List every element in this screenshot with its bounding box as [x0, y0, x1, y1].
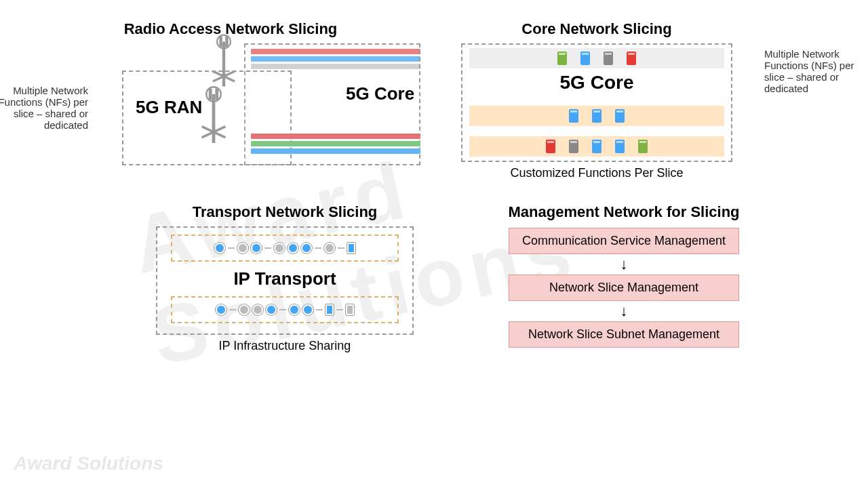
- core-side-note: Multiple Network Functions (NFs) per sli…: [764, 48, 866, 94]
- router-icon: [266, 304, 277, 315]
- router-icon: [239, 304, 250, 315]
- router-icon: [251, 243, 262, 253]
- transport-section: Transport Network Slicing IP Transport: [122, 203, 448, 353]
- transport-label: IP Transport: [171, 268, 399, 289]
- transport-caption: IP Infrastructure Sharing: [156, 339, 414, 353]
- router-icon: [252, 304, 263, 315]
- server-icon: [627, 52, 636, 65]
- ran-side-note: Multiple Network Functions (NFs) per sli…: [0, 85, 88, 131]
- core-diagram: 5G Core Multiple Network Functions (NFs)…: [461, 43, 732, 162]
- ran-section: Radio Access Network Slicing Multiple Ne…: [41, 20, 420, 165]
- cell-tower-icon: [197, 86, 230, 143]
- router-icon: [302, 304, 313, 315]
- server-icon: [592, 140, 601, 153]
- ran-diagram: 5G RAN 5G Core: [122, 43, 420, 165]
- router-icon: [237, 243, 248, 253]
- core-label: 5G Core: [462, 72, 731, 94]
- cell-tower-icon: [209, 35, 239, 87]
- ran-label-5gran: 5G RAN: [136, 98, 202, 117]
- watermark-logo: Award Solutions: [14, 453, 163, 474]
- switch-icon: [346, 304, 354, 315]
- management-title: Management Network for Slicing: [461, 203, 787, 221]
- core-title: Core Network Slicing: [448, 20, 746, 38]
- transport-diagram: IP Transport: [156, 226, 414, 335]
- server-icon: [615, 109, 625, 123]
- switch-icon: [347, 243, 355, 253]
- server-icon: [580, 52, 590, 65]
- ran-label-5gcore: 5G Core: [346, 84, 414, 104]
- router-icon: [301, 243, 312, 253]
- server-icon: [604, 52, 613, 65]
- server-icon: [569, 140, 578, 153]
- transport-slice-row-1: [171, 235, 399, 262]
- router-icon: [288, 243, 298, 253]
- arrow-down-icon: ↓: [461, 304, 787, 319]
- core-caption: Customized Functions Per Slice: [448, 166, 746, 180]
- mgmt-box-nsm: Network Slice Management: [509, 274, 739, 301]
- router-icon: [216, 304, 226, 315]
- mgmt-box-nssm: Network Slice Subnet Management: [509, 321, 739, 348]
- switch-icon: [326, 304, 334, 315]
- core-section: Core Network Slicing 5G Core Mult: [448, 20, 854, 180]
- core-slice-row-3: [469, 136, 724, 157]
- router-icon: [274, 243, 285, 253]
- ran-slice-bars-bottom: [251, 131, 420, 156]
- router-icon: [289, 304, 300, 315]
- router-icon: [324, 243, 335, 253]
- server-icon: [557, 52, 567, 65]
- server-icon: [638, 140, 648, 153]
- server-icon: [546, 140, 555, 153]
- transport-title: Transport Network Slicing: [156, 203, 414, 221]
- core-slice-row-1: [469, 48, 724, 68]
- server-icon: [569, 109, 578, 123]
- router-icon: [214, 243, 225, 253]
- mgmt-box-csm: Communication Service Management: [509, 228, 739, 254]
- management-section: Management Network for Slicing Communica…: [461, 203, 787, 348]
- transport-slice-row-2: [171, 296, 399, 323]
- core-slice-row-2: [469, 106, 724, 126]
- arrow-down-icon: ↓: [461, 257, 787, 272]
- server-icon: [592, 109, 601, 123]
- server-icon: [615, 140, 625, 153]
